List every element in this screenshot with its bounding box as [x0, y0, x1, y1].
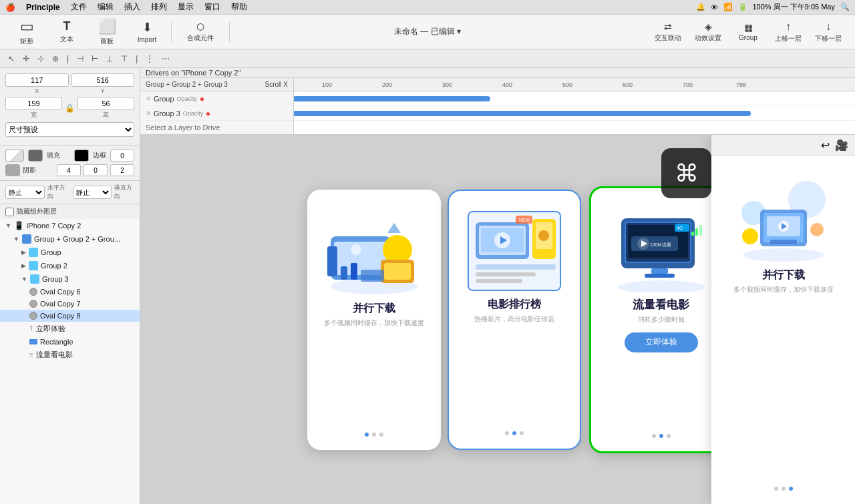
subtool-select[interactable]: ↖ [5, 53, 17, 65]
svg-rect-11 [361, 270, 384, 282]
layer-item-group-all[interactable]: ▼ Group + Group 2 + Grou... [0, 232, 140, 246]
layer-item-oval8[interactable]: Oval Copy 8 [0, 310, 140, 322]
svg-rect-37 [651, 268, 668, 274]
menu-arrange[interactable]: 排列 [151, 1, 167, 13]
menu-insert[interactable]: 插入 [124, 1, 140, 13]
track1-bar [294, 96, 488, 101]
subtool-align2[interactable]: ⊢ [89, 53, 101, 65]
menu-edit[interactable]: 编辑 [98, 1, 114, 13]
fill-swatch[interactable] [5, 150, 24, 162]
subtool-anchor[interactable]: ⊹ [35, 53, 47, 65]
layer-item-liuliang[interactable]: ≡ 流量看电影 [0, 348, 140, 362]
toolbar-animation[interactable]: ◈ 动效设置 [689, 17, 727, 47]
subtool-align1[interactable]: ⊣ [74, 53, 86, 65]
oval6-icon [29, 288, 37, 296]
layer-item-lijitiyan[interactable]: T 立即体验 [0, 322, 140, 336]
layer-label-group3: Group 3 [42, 275, 69, 283]
media-swatch[interactable] [28, 150, 43, 162]
border-width-input[interactable] [110, 150, 134, 162]
float-undo-btn[interactable]: ↩ [821, 139, 830, 152]
close-group3-track[interactable]: ✕ [146, 109, 151, 117]
subtool-anchor2[interactable]: ⊕ [49, 53, 61, 65]
layer-item-group2[interactable]: ▶ Group 2 [0, 259, 140, 272]
subtool-sep: | [64, 53, 71, 65]
toolbar-import[interactable]: ⬇ Import [128, 17, 166, 47]
x-input[interactable] [5, 73, 69, 87]
layer-label-iphone: iPhone 7 Copy 2 [27, 222, 81, 230]
y-field: Y [71, 73, 135, 94]
align-v-select[interactable]: 静止 [73, 186, 112, 199]
keyboard-cmd-icon: ⌘ [675, 160, 699, 188]
width-input[interactable] [5, 97, 62, 110]
layer-panel: ▼ 📱 iPhone 7 Copy 2 ▼ Group + Group 2 + … [0, 219, 140, 504]
apple-menu[interactable]: 🍎 [5, 3, 15, 12]
menu-window[interactable]: 窗口 [204, 1, 220, 13]
card3-illustration: 4G 120M流量 [611, 208, 711, 292]
menu-help[interactable]: 帮助 [231, 1, 247, 13]
card3-button[interactable]: 立即体验 [625, 332, 698, 352]
border-swatch[interactable] [74, 150, 89, 162]
menu-file[interactable]: 文件 [71, 1, 87, 13]
layer-item-iphone[interactable]: ▼ 📱 iPhone 7 Copy 2 [0, 219, 140, 232]
shadow-swatch[interactable] [5, 164, 20, 176]
subtool-align4[interactable]: ⊤ [118, 53, 130, 65]
svg-point-65 [810, 223, 824, 236]
layer-item-oval7[interactable]: Oval Copy 7 [0, 298, 140, 310]
layer-label-group2: Group 2 [41, 262, 67, 270]
expand-group1: ▶ [21, 249, 26, 256]
timeline-track1 [294, 91, 855, 106]
blur-input[interactable] [57, 164, 81, 176]
menu-display[interactable]: 显示 [178, 1, 194, 13]
toolbar-move-down[interactable]: ↓ 下移一层 [810, 17, 847, 47]
toolbar-text[interactable]: T 文本 [48, 17, 86, 47]
layer-item-rectangle[interactable]: Rectangle [0, 336, 140, 348]
toolbar-move-up[interactable]: ↑ 上移一层 [770, 17, 807, 47]
subtool-align3[interactable]: ⊥ [104, 53, 116, 65]
toolbar-artboard[interactable]: ⬜ 画板 [88, 17, 126, 47]
toolbar-component[interactable]: ⬡ 合成元件 [177, 17, 224, 47]
width-label: 宽 [31, 111, 37, 119]
timeline-body: Group + Group 2 + Group 3 Scroll X ✕ Gro… [140, 78, 855, 134]
svg-rect-22 [476, 272, 536, 276]
hide-group-checkbox[interactable] [5, 208, 14, 216]
height-input[interactable] [77, 97, 134, 110]
float-record-btn[interactable]: 🎥 [835, 139, 848, 152]
align-h-select[interactable]: 静止 [5, 186, 45, 199]
subtool-move[interactable]: ✛ [20, 53, 32, 65]
layer-item-group3[interactable]: ▼ Group 3 [0, 272, 140, 286]
track1-dot-end [485, 96, 490, 101]
text-icon: T [63, 19, 71, 33]
align-section: 静止 水平方向 静止 垂直方向 [0, 181, 140, 204]
svg-rect-6 [384, 263, 411, 280]
svg-rect-41 [699, 225, 702, 236]
animation-icon: ◈ [705, 21, 712, 32]
layer-item-oval6[interactable]: Oval Copy 6 [0, 286, 140, 298]
size-preset-select[interactable]: 尺寸预设 [5, 122, 134, 137]
keyboard-overlay: ⌘ [661, 148, 711, 198]
x-label: X [35, 87, 39, 94]
app-name[interactable]: Principle [26, 3, 60, 12]
folder-icon-cyan2 [29, 261, 38, 270]
toolbar-interaction[interactable]: ⇄ 交互联动 [649, 17, 687, 47]
import-icon: ⬇ [142, 20, 152, 35]
lock-icon[interactable]: 🔒 [65, 103, 75, 113]
toolbar-group[interactable]: ▦ Group [729, 17, 767, 47]
close-group-track[interactable]: ✕ [146, 95, 151, 102]
layer-item-group1[interactable]: ▶ Group [0, 246, 140, 259]
shadow-y-input[interactable] [110, 164, 134, 176]
center-area: Drivers on "iPhone 7 Copy 2" Group + Gro… [140, 68, 855, 504]
wh-row: 宽 🔒 高 [5, 97, 134, 119]
card2-illustration: NEW [469, 212, 561, 291]
svg-rect-63 [770, 240, 797, 244]
y-input[interactable] [71, 73, 135, 87]
subtool-dist2[interactable]: ⋯ [159, 53, 172, 65]
ruler-500: 500 [561, 78, 572, 91]
ruler-400: 400 [501, 78, 512, 91]
timeline-right[interactable]: 100 200 300 400 500 600 700 788 [294, 78, 855, 134]
layer-label-group1: Group [41, 248, 61, 256]
shadow-x-input[interactable] [83, 164, 108, 176]
oval7-icon [29, 300, 37, 308]
rect-icon: ▭ [20, 18, 34, 35]
toolbar-rect[interactable]: ▭ 矩形 [8, 17, 45, 47]
subtool-dist1[interactable]: ⋮ [143, 53, 156, 65]
